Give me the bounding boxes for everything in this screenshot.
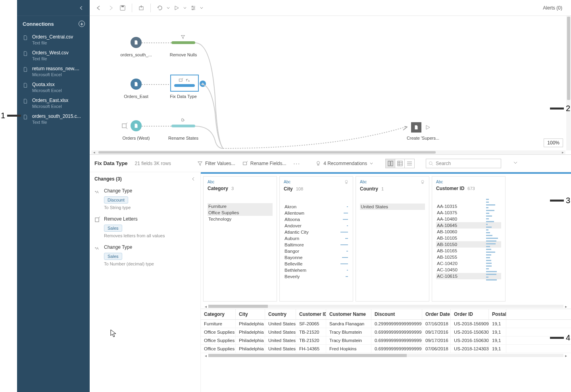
lightbulb-icon[interactable] <box>420 180 425 184</box>
view-grid-button[interactable] <box>405 159 414 168</box>
grid-row[interactable]: Office SuppliesPhiladelphiaUnited States… <box>201 336 571 345</box>
grid-column-header[interactable]: Category <box>201 309 236 319</box>
card-value[interactable]: Bayonne <box>284 254 349 261</box>
save-button[interactable] <box>117 3 128 13</box>
card-value[interactable]: Bangor <box>284 248 349 254</box>
svg-point-27 <box>429 161 433 165</box>
change-field-chip: Sales <box>104 253 122 260</box>
collapse-changes-icon[interactable] <box>191 177 196 181</box>
filter-values-button[interactable]: Filter Values... <box>197 161 235 166</box>
grid-cell: 0.299999999999999999 <box>371 320 422 328</box>
card-value[interactable]: Andover <box>284 223 349 229</box>
publish-button[interactable] <box>136 3 146 13</box>
card-value[interactable]: Beverly <box>284 273 349 280</box>
flow-vertical-scrollbar[interactable] <box>566 16 571 150</box>
alerts-label[interactable]: Alerts (0) <box>543 5 567 11</box>
grid-column-header[interactable]: Country <box>265 309 296 319</box>
card-value[interactable]: Auburn <box>284 235 349 242</box>
data-grid: CategoryCityCountryCustomer IDCustomer N… <box>201 309 571 353</box>
grid-column-header[interactable]: City <box>236 309 265 319</box>
connection-item[interactable]: return reasons_new.... Microsoft Excel <box>17 63 90 79</box>
profile-card[interactable]: Abc Country 1 United States <box>356 176 429 302</box>
grid-row[interactable]: FurniturePhiladelphiaUnited StatesSF-200… <box>201 320 571 328</box>
card-value[interactable]: Baltimore <box>284 242 349 248</box>
view-profile-button[interactable] <box>386 159 395 168</box>
flow-step-rename-states[interactable] <box>171 125 195 127</box>
flow-input-node-1[interactable] <box>131 37 142 48</box>
connection-item[interactable]: Orders_West.csv Text file <box>17 48 90 63</box>
card-value[interactable]: Allentown <box>284 210 349 216</box>
run-output-icon[interactable] <box>425 124 431 131</box>
connections-list: Orders_Central.csv Text file Orders_West… <box>17 32 90 127</box>
grid-cell: US-2018-124303 <box>451 345 489 353</box>
back-button[interactable] <box>94 3 104 13</box>
zoom-level[interactable]: 100% <box>544 138 563 147</box>
connection-item[interactable]: orders_south_2015.c... Text file <box>17 111 90 127</box>
grid-column-header[interactable]: Order ID <box>451 309 489 319</box>
svg-rect-15 <box>243 162 247 165</box>
card-value[interactable]: Atlantic City <box>284 229 349 235</box>
toolbar: Alerts (0) <box>90 0 571 16</box>
card-value[interactable]: Altoona <box>284 216 349 223</box>
refresh-button[interactable] <box>155 3 165 13</box>
profile-cards-scrollbar[interactable]: ◂▸ <box>201 304 571 309</box>
profile-card[interactable]: Abc Category 3 FurnitureOffice SuppliesT… <box>203 176 277 302</box>
grid-column-header[interactable]: Order Date <box>422 309 451 319</box>
flow-pane[interactable]: orders_south_... Remove Nulls A + Orders… <box>90 16 571 155</box>
view-list-button[interactable] <box>395 159 405 168</box>
grid-column-header[interactable]: Postal <box>489 309 506 319</box>
collapse-profile-button[interactable] <box>513 160 518 166</box>
lightbulb-icon[interactable] <box>344 180 349 184</box>
add-connection-button[interactable]: + <box>79 21 85 27</box>
flow-output-node[interactable] <box>411 122 421 133</box>
more-options-button[interactable]: ··· <box>293 160 300 167</box>
profile-body: Abc Category 3 FurnitureOffice SuppliesT… <box>201 172 571 392</box>
card-value[interactable]: Technology <box>208 216 273 222</box>
grid-column-header[interactable]: Discount <box>371 309 422 319</box>
change-item[interactable]: *A Change Type Discount To String type <box>90 186 200 214</box>
refresh-dropdown-icon[interactable] <box>167 6 170 10</box>
connection-item[interactable]: Orders_Central.csv Text file <box>17 32 90 48</box>
flow-horizontal-scrollbar[interactable]: ◂ ▸ <box>91 150 565 154</box>
settings-button[interactable] <box>188 3 198 13</box>
file-icon <box>23 51 28 56</box>
flow-input-node-3[interactable] <box>131 120 142 131</box>
connection-item[interactable]: Quota.xlsx Microsoft Excel <box>17 79 90 95</box>
grid-cell: Philadelphia <box>236 328 265 336</box>
flow-step-fix-data-type[interactable]: A <box>170 75 199 92</box>
grid-cell: Philadelphia <box>236 336 265 344</box>
forward-button[interactable] <box>106 3 116 13</box>
change-type-icon: *A <box>94 188 101 195</box>
card-value[interactable]: Bethlehem <box>284 267 349 273</box>
profile-card[interactable]: Abc City 108 AkronAllentownAltoonaAndove… <box>279 176 353 302</box>
card-value[interactable]: Furniture <box>208 203 273 209</box>
rename-fields-button[interactable]: Rename Fields... <box>242 161 286 166</box>
change-item[interactable]: Remove Letters Sales Removes letters fro… <box>90 214 200 242</box>
card-value[interactable]: Office Supplies <box>208 209 273 216</box>
change-title: Change Type <box>104 188 132 194</box>
grid-row[interactable]: Office SuppliesPhiladelphiaUnited States… <box>201 345 571 353</box>
connection-item[interactable]: Orders_East.xlsx Microsoft Excel <box>17 95 90 111</box>
flow-step-remove-nulls[interactable] <box>171 41 195 44</box>
collapse-sidebar-icon[interactable] <box>79 5 84 11</box>
run-button[interactable] <box>171 3 182 13</box>
grid-column-header[interactable]: Customer ID <box>296 309 326 319</box>
card-value[interactable]: Belleville <box>284 261 349 267</box>
svg-text:*A: *A <box>95 246 99 250</box>
settings-dropdown-icon[interactable] <box>200 6 203 10</box>
run-dropdown-icon[interactable] <box>183 6 186 10</box>
flow-input-node-2[interactable] <box>131 79 142 90</box>
recommendations-button[interactable]: 4 Recommendations <box>315 161 373 166</box>
data-grid-hscrollbar[interactable]: ◂▸ <box>201 353 571 358</box>
field-name: Category <box>208 186 228 191</box>
search-input[interactable]: Search <box>426 159 501 168</box>
card-value[interactable]: United States <box>360 204 425 210</box>
change-description: To String type <box>104 205 196 210</box>
profile-card[interactable]: Abc Customer ID 673 AA-10315AA-10375AA-1… <box>432 176 506 302</box>
change-item[interactable]: *A Change Type Sales To Number (decimal)… <box>90 242 200 270</box>
grid-column-header[interactable]: Customer Name <box>326 309 371 319</box>
svg-line-31 <box>99 217 100 218</box>
grid-row[interactable]: Office SuppliesPhiladelphiaUnited States… <box>201 328 571 336</box>
card-value[interactable]: Akron <box>284 204 349 210</box>
grid-cell: 19,1 <box>489 336 506 344</box>
